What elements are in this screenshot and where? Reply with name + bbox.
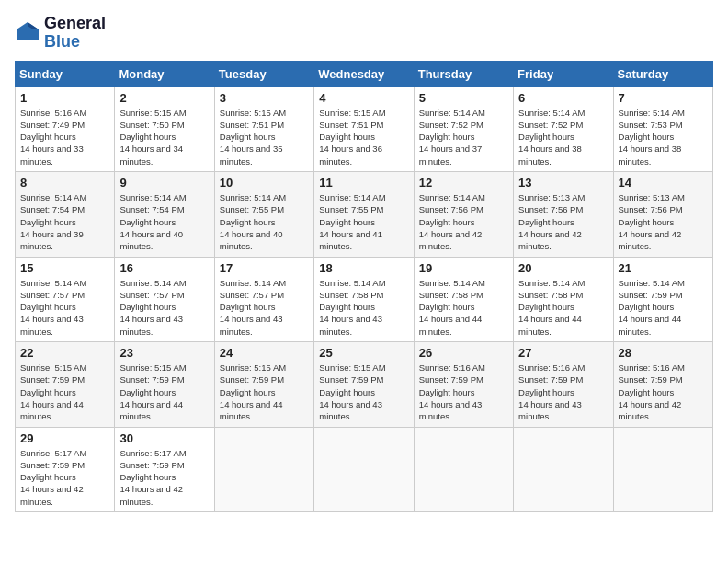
day-number: 10 [220, 176, 309, 190]
day-number: 23 [119, 346, 209, 360]
day-number: 22 [20, 346, 109, 360]
day-number: 6 [518, 91, 608, 105]
day-number: 24 [220, 346, 309, 360]
day-number: 7 [619, 91, 708, 105]
calendar-cell: 10Sunrise: 5:14 AMSunset: 7:55 PMDayligh… [214, 172, 313, 257]
calendar-cell: 7Sunrise: 5:14 AMSunset: 7:53 PMDaylight… [613, 86, 712, 171]
day-number: 4 [319, 91, 408, 105]
day-number: 14 [619, 176, 708, 190]
calendar-cell: 19Sunrise: 5:14 AMSunset: 7:58 PMDayligh… [414, 257, 513, 341]
day-number: 11 [319, 176, 408, 190]
day-number: 5 [419, 91, 508, 105]
calendar-cell: 3Sunrise: 5:15 AMSunset: 7:51 PMDaylight… [214, 86, 313, 171]
col-header-friday: Friday [514, 61, 613, 86]
day-info: Sunrise: 5:15 AMSunset: 7:59 PMDaylight … [319, 362, 408, 422]
calendar-cell: 26Sunrise: 5:16 AMSunset: 7:59 PMDayligh… [414, 342, 513, 427]
calendar-week-4: 22Sunrise: 5:15 AMSunset: 7:59 PMDayligh… [16, 342, 713, 427]
calendar-week-1: 1Sunrise: 5:16 AMSunset: 7:49 PMDaylight… [16, 86, 713, 171]
calendar-cell: 6Sunrise: 5:14 AMSunset: 7:52 PMDaylight… [514, 86, 613, 171]
col-header-thursday: Thursday [414, 61, 513, 86]
calendar-cell: 2Sunrise: 5:15 AMSunset: 7:50 PMDaylight… [115, 86, 214, 171]
day-info: Sunrise: 5:14 AMSunset: 7:53 PMDaylight … [619, 107, 708, 167]
day-number: 18 [319, 261, 408, 275]
calendar-cell: 16Sunrise: 5:14 AMSunset: 7:57 PMDayligh… [115, 257, 214, 341]
day-number: 21 [619, 261, 708, 275]
day-number: 1 [20, 91, 109, 105]
day-info: Sunrise: 5:15 AMSunset: 7:59 PMDaylight … [20, 362, 109, 422]
day-number: 15 [20, 261, 109, 275]
calendar-cell: 12Sunrise: 5:14 AMSunset: 7:56 PMDayligh… [414, 172, 513, 257]
day-info: Sunrise: 5:15 AMSunset: 7:59 PMDaylight … [220, 362, 309, 422]
calendar-cell: 5Sunrise: 5:14 AMSunset: 7:52 PMDaylight… [414, 86, 513, 171]
day-number: 25 [319, 346, 408, 360]
day-number: 2 [119, 91, 209, 105]
day-number: 8 [20, 176, 109, 190]
day-number: 3 [220, 91, 309, 105]
day-info: Sunrise: 5:15 AMSunset: 7:50 PMDaylight … [119, 107, 209, 167]
calendar-cell: 9Sunrise: 5:14 AMSunset: 7:54 PMDaylight… [115, 172, 214, 257]
day-info: Sunrise: 5:16 AMSunset: 7:49 PMDaylight … [20, 107, 109, 167]
logo-text: General Blue [44, 15, 106, 52]
col-header-monday: Monday [115, 61, 214, 86]
day-info: Sunrise: 5:14 AMSunset: 7:54 PMDaylight … [20, 191, 109, 252]
calendar-cell: 17Sunrise: 5:14 AMSunset: 7:57 PMDayligh… [214, 257, 313, 341]
day-info: Sunrise: 5:13 AMSunset: 7:56 PMDaylight … [619, 191, 708, 252]
calendar-cell: 4Sunrise: 5:15 AMSunset: 7:51 PMDaylight… [314, 86, 414, 171]
calendar-cell: 22Sunrise: 5:15 AMSunset: 7:59 PMDayligh… [16, 342, 115, 427]
day-info: Sunrise: 5:13 AMSunset: 7:56 PMDaylight … [518, 191, 608, 252]
day-info: Sunrise: 5:14 AMSunset: 7:58 PMDaylight … [319, 277, 408, 338]
calendar-week-5: 29Sunrise: 5:17 AMSunset: 7:59 PMDayligh… [16, 427, 713, 511]
col-header-wednesday: Wednesday [314, 61, 414, 86]
logo: General Blue [15, 15, 106, 52]
col-header-saturday: Saturday [613, 61, 712, 86]
calendar-header-row: SundayMondayTuesdayWednesdayThursdayFrid… [16, 61, 713, 86]
day-number: 30 [119, 431, 209, 445]
calendar-cell: 1Sunrise: 5:16 AMSunset: 7:49 PMDaylight… [16, 86, 115, 171]
calendar-cell: 18Sunrise: 5:14 AMSunset: 7:58 PMDayligh… [314, 257, 414, 341]
col-header-tuesday: Tuesday [214, 61, 313, 86]
day-info: Sunrise: 5:14 AMSunset: 7:57 PMDaylight … [220, 277, 309, 338]
day-info: Sunrise: 5:14 AMSunset: 7:52 PMDaylight … [518, 107, 608, 167]
calendar-week-3: 15Sunrise: 5:14 AMSunset: 7:57 PMDayligh… [16, 257, 713, 341]
day-number: 29 [20, 431, 109, 445]
calendar-cell: 20Sunrise: 5:14 AMSunset: 7:58 PMDayligh… [514, 257, 613, 341]
calendar-cell: 23Sunrise: 5:15 AMSunset: 7:59 PMDayligh… [115, 342, 214, 427]
day-info: Sunrise: 5:14 AMSunset: 7:56 PMDaylight … [419, 191, 508, 252]
calendar-cell: 25Sunrise: 5:15 AMSunset: 7:59 PMDayligh… [314, 342, 414, 427]
day-number: 27 [518, 346, 608, 360]
day-info: Sunrise: 5:14 AMSunset: 7:54 PMDaylight … [119, 191, 209, 252]
calendar-cell [613, 427, 712, 511]
day-number: 16 [119, 261, 209, 275]
day-info: Sunrise: 5:14 AMSunset: 7:55 PMDaylight … [220, 191, 309, 252]
day-number: 12 [419, 176, 508, 190]
calendar-cell: 15Sunrise: 5:14 AMSunset: 7:57 PMDayligh… [16, 257, 115, 341]
day-info: Sunrise: 5:14 AMSunset: 7:58 PMDaylight … [518, 277, 608, 338]
calendar-cell [214, 427, 313, 511]
page-header: General Blue [15, 15, 713, 52]
calendar-cell: 8Sunrise: 5:14 AMSunset: 7:54 PMDaylight… [16, 172, 115, 257]
calendar-cell: 28Sunrise: 5:16 AMSunset: 7:59 PMDayligh… [613, 342, 712, 427]
day-info: Sunrise: 5:14 AMSunset: 7:57 PMDaylight … [119, 277, 209, 338]
calendar-cell: 29Sunrise: 5:17 AMSunset: 7:59 PMDayligh… [16, 427, 115, 511]
day-number: 19 [419, 261, 508, 275]
calendar-cell [314, 427, 414, 511]
calendar-cell: 24Sunrise: 5:15 AMSunset: 7:59 PMDayligh… [214, 342, 313, 427]
calendar-cell [514, 427, 613, 511]
day-number: 13 [518, 176, 608, 190]
day-info: Sunrise: 5:15 AMSunset: 7:51 PMDaylight … [319, 107, 408, 167]
calendar-week-2: 8Sunrise: 5:14 AMSunset: 7:54 PMDaylight… [16, 172, 713, 257]
calendar-cell: 27Sunrise: 5:16 AMSunset: 7:59 PMDayligh… [514, 342, 613, 427]
calendar-cell: 30Sunrise: 5:17 AMSunset: 7:59 PMDayligh… [115, 427, 214, 511]
day-number: 9 [119, 176, 209, 190]
logo-icon [15, 20, 40, 46]
day-info: Sunrise: 5:15 AMSunset: 7:59 PMDaylight … [119, 362, 209, 422]
day-number: 26 [419, 346, 508, 360]
day-info: Sunrise: 5:14 AMSunset: 7:55 PMDaylight … [319, 191, 408, 252]
calendar-table: SundayMondayTuesdayWednesdayThursdayFrid… [15, 61, 713, 512]
svg-rect-2 [17, 29, 39, 40]
calendar-cell [414, 427, 513, 511]
day-info: Sunrise: 5:17 AMSunset: 7:59 PMDaylight … [119, 447, 209, 508]
day-number: 17 [220, 261, 309, 275]
calendar-cell: 21Sunrise: 5:14 AMSunset: 7:59 PMDayligh… [613, 257, 712, 341]
day-info: Sunrise: 5:14 AMSunset: 7:59 PMDaylight … [619, 277, 708, 338]
